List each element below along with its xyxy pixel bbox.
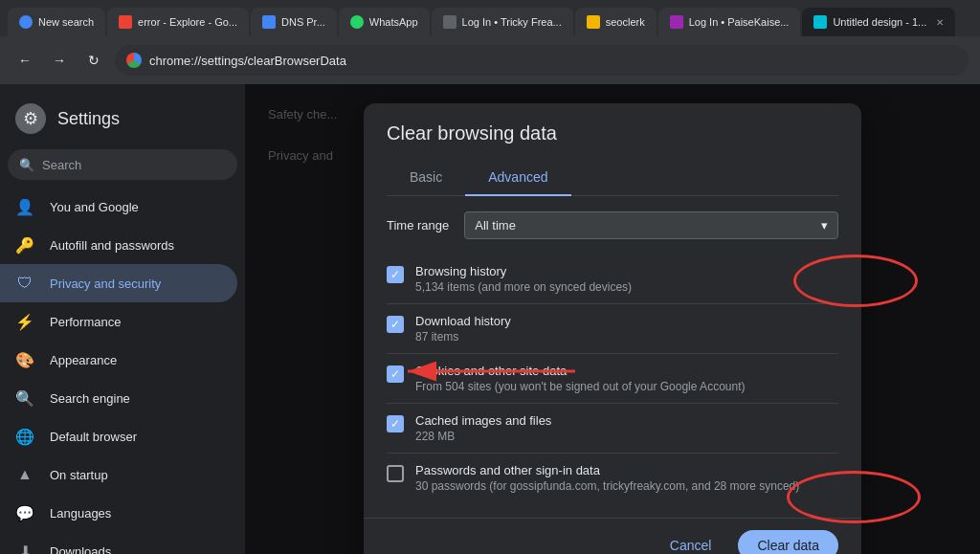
checkbox-item-cached-images: ✓ Cached images and files 228 MB <box>387 404 838 454</box>
sidebar-item-appearance[interactable]: 🎨 Appearance <box>0 341 237 379</box>
address-bar[interactable]: chrome://settings/clearBrowserData <box>115 45 969 76</box>
time-range-select[interactable]: All time ▾ <box>464 211 838 239</box>
sidebar-item-label: Downloads <box>50 544 111 555</box>
settings-gear-icon: ⚙ <box>15 103 46 134</box>
checkbox-title: Cookies and other site data <box>415 364 745 378</box>
sidebar-item-downloads[interactable]: ⬇ Downloads <box>0 532 237 554</box>
forward-button[interactable]: → <box>46 47 73 74</box>
search-icon: 🔍 <box>19 158 34 172</box>
checkbox-subtitle: 5,134 items (and more on synced devices) <box>415 280 632 294</box>
clear-browsing-data-modal: Clear browsing data Basic Advanced Time … <box>364 103 861 554</box>
sidebar-item-privacy[interactable]: 🛡 Privacy and security <box>0 264 237 302</box>
person-icon: 👤 <box>15 197 34 216</box>
search-engine-icon: 🔍 <box>15 388 34 408</box>
settings-title: Settings <box>57 109 120 129</box>
main-area: ⚙ Settings 🔍 Search 👤 You and Google 🔑 A… <box>0 84 980 554</box>
sidebar-item-languages[interactable]: 💬 Languages <box>0 494 237 532</box>
tab-whatsapp[interactable]: WhatsApp <box>339 8 430 36</box>
sidebar-item-default-browser[interactable]: 🌐 Default browser <box>0 417 237 455</box>
chrome-logo-icon <box>126 53 142 68</box>
sidebar-item-you-google[interactable]: 👤 You and Google <box>0 188 237 226</box>
sidebar-item-label: On startup <box>50 468 108 482</box>
sidebar-item-label: Search engine <box>50 391 130 406</box>
sidebar-item-label: You and Google <box>50 200 139 214</box>
sidebar-item-label: Appearance <box>50 353 117 367</box>
chevron-down-icon: ▾ <box>821 218 828 233</box>
checkbox-item-cookies: ✓ Cookies and other site data From 504 s… <box>387 354 838 404</box>
reload-button[interactable]: ↻ <box>80 47 107 74</box>
tab-close-icon[interactable]: ✕ <box>936 17 944 28</box>
tab-basic[interactable]: Basic <box>387 160 465 196</box>
tab-login-tricky[interactable]: Log In • Tricky Frea... <box>432 8 573 36</box>
sidebar-item-search[interactable]: 🔍 Search engine <box>0 379 237 417</box>
modal-title: Clear browsing data <box>387 122 838 144</box>
sidebar-header: ⚙ Settings <box>0 92 245 149</box>
language-icon: 💬 <box>15 503 34 522</box>
sidebar-item-label: Autofill and passwords <box>50 238 174 253</box>
search-bar[interactable]: 🔍 Search <box>8 149 237 180</box>
address-bar-row: ← → ↻ chrome://settings/clearBrowserData <box>0 36 980 84</box>
cookies-checkbox[interactable]: ✓ <box>387 366 404 383</box>
browsing-history-checkbox[interactable]: ✓ <box>387 266 404 283</box>
sidebar-item-label: Performance <box>50 315 121 329</box>
browser-icon: 🌐 <box>15 427 34 446</box>
modal-footer: Cancel Clear data <box>364 518 861 554</box>
download-icon: ⬇ <box>15 542 34 554</box>
clear-data-button[interactable]: Clear data <box>738 530 838 554</box>
tab-untitled-design[interactable]: Untitled design - 1... ✕ <box>802 8 955 36</box>
checkbox-item-passwords: Passwords and other sign-in data 30 pass… <box>387 454 838 502</box>
content-area: Safety che... Privacy and Clear browsing… <box>245 84 980 554</box>
sidebar-item-label: Languages <box>50 506 111 521</box>
search-placeholder: Search <box>42 158 81 172</box>
sidebar-item-autofill[interactable]: 🔑 Autofill and passwords <box>0 226 237 264</box>
modal-body: Time range All time ▾ ✓ Browsing history… <box>364 196 861 518</box>
browser-chrome: New search error - Explore - Go... DNS P… <box>0 0 980 84</box>
tab-bar: New search error - Explore - Go... DNS P… <box>0 0 980 36</box>
performance-icon: ⚡ <box>15 312 34 331</box>
tab-seoclerk[interactable]: seoclerk <box>575 8 657 36</box>
passwords-checkbox[interactable] <box>387 465 404 482</box>
tab-new-search[interactable]: New search <box>8 8 105 36</box>
checkbox-title: Download history <box>415 314 511 328</box>
checkbox-item-download-history: ✓ Download history 87 items <box>387 304 838 354</box>
checkbox-item-browsing-history: ✓ Browsing history 5,134 items (and more… <box>387 255 838 304</box>
startup-icon: ▲ <box>15 465 34 484</box>
modal-tabs: Basic Advanced <box>387 160 838 196</box>
sidebar-item-label: Privacy and security <box>50 277 161 291</box>
checkbox-subtitle: 228 MB <box>415 430 551 443</box>
cancel-button[interactable]: Cancel <box>651 530 731 554</box>
modal-header: Clear browsing data Basic Advanced <box>364 103 861 196</box>
tab-dns[interactable]: DNS Pr... <box>251 8 337 36</box>
sidebar-item-on-startup[interactable]: ▲ On startup <box>0 455 237 494</box>
tab-login-paise[interactable]: Log In • PaiseKaise... <box>658 8 801 36</box>
sidebar-item-performance[interactable]: ⚡ Performance <box>0 302 237 341</box>
shield-icon: 🛡 <box>15 274 34 293</box>
back-button[interactable]: ← <box>11 47 38 74</box>
tab-error[interactable]: error - Explore - Go... <box>107 8 249 36</box>
appearance-icon: 🎨 <box>15 350 34 369</box>
checkbox-subtitle: From 504 sites (you won't be signed out … <box>415 380 745 393</box>
checkbox-title: Passwords and other sign-in data <box>415 463 799 477</box>
sidebar: ⚙ Settings 🔍 Search 👤 You and Google 🔑 A… <box>0 84 245 554</box>
tab-advanced[interactable]: Advanced <box>465 160 570 196</box>
checkbox-subtitle: 30 passwords (for gossipfunda.com, trick… <box>415 479 799 493</box>
key-icon: 🔑 <box>15 235 34 255</box>
download-history-checkbox[interactable]: ✓ <box>387 316 404 333</box>
modal-overlay: Clear browsing data Basic Advanced Time … <box>245 84 980 554</box>
time-range-label: Time range <box>387 218 449 233</box>
checkbox-title: Browsing history <box>415 264 632 278</box>
time-range-row: Time range All time ▾ <box>387 211 838 239</box>
cached-images-checkbox[interactable]: ✓ <box>387 415 404 432</box>
checkbox-title: Cached images and files <box>415 413 551 428</box>
checkbox-subtitle: 87 items <box>415 330 511 343</box>
sidebar-item-label: Default browser <box>50 430 137 444</box>
